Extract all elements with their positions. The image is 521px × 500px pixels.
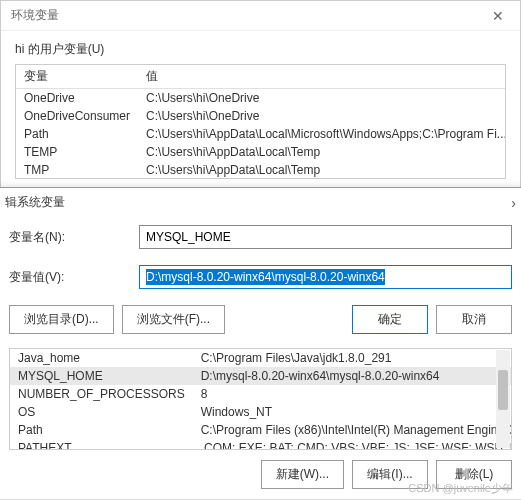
value-label: 变量值(V): — [9, 269, 129, 286]
user-vars-table[interactable]: 变量 值 OneDriveC:\Users\hi\OneDrive OneDri… — [16, 65, 506, 179]
edit-buttons: 浏览目录(D)... 浏览文件(F)... 确定 取消 — [0, 297, 521, 342]
name-row: 变量名(N): — [0, 217, 521, 257]
sys-vars-table[interactable]: Java_homeC:\Program Files\Java\jdk1.8.0_… — [10, 349, 512, 450]
table-row[interactable]: TEMPC:\Users\hi\AppData\Local\Temp — [16, 143, 506, 161]
table-row[interactable]: PathC:\Program Files (x86)\Intel\Intel(R… — [10, 421, 512, 439]
table-row[interactable]: PathC:\Users\hi\AppData\Local\Microsoft\… — [16, 125, 506, 143]
edit-dialog-title: 辑系统变量 — [5, 194, 65, 211]
table-row[interactable]: MYSQL_HOMED:\mysql-8.0.20-winx64\mysql-8… — [10, 367, 512, 385]
edit-sysvar-dialog: 辑系统变量 › 变量名(N): 变量值(V): D:\mysql-8.0.20-… — [0, 187, 521, 500]
table-row[interactable]: TMPC:\Users\hi\AppData\Local\Temp — [16, 161, 506, 179]
user-vars-label: hi 的用户变量(U) — [1, 31, 520, 64]
cancel-button[interactable]: 取消 — [436, 305, 512, 334]
col-name[interactable]: 变量 — [16, 65, 138, 89]
name-label: 变量名(N): — [9, 229, 129, 246]
table-row[interactable]: NUMBER_OF_PROCESSORS8 — [10, 385, 512, 403]
value-row: 变量值(V): D:\mysql-8.0.20-winx64\mysql-8.0… — [0, 257, 521, 297]
col-value[interactable]: 值 — [138, 65, 506, 89]
table-row[interactable]: OSWindows_NT — [10, 403, 512, 421]
table-row[interactable]: PATHEXT.COM;.EXE;.BAT;.CMD;.VBS;.VBE;.JS… — [10, 439, 512, 450]
scrollbar[interactable] — [496, 350, 510, 448]
ok-button[interactable]: 确定 — [352, 305, 428, 334]
table-row[interactable]: Java_homeC:\Program Files\Java\jdk1.8.0_… — [10, 349, 512, 367]
var-value-input[interactable]: D:\mysql-8.0.20-winx64\mysql-8.0.20-winx… — [139, 265, 512, 289]
sys-vars-table-wrap: Java_homeC:\Program Files\Java\jdk1.8.0_… — [9, 348, 512, 450]
close-icon[interactable]: ✕ — [486, 8, 510, 24]
titlebar: 环境变量 ✕ — [1, 1, 520, 31]
watermark: CSDN @juvenile少年 — [408, 481, 513, 496]
browse-dir-button[interactable]: 浏览目录(D)... — [9, 305, 114, 334]
table-row[interactable]: OneDriveC:\Users\hi\OneDrive — [16, 89, 506, 108]
new-button[interactable]: 新建(W)... — [261, 460, 344, 489]
var-name-input[interactable] — [139, 225, 512, 249]
edit-titlebar: 辑系统变量 › — [0, 188, 521, 217]
scrollbar-thumb[interactable] — [498, 370, 508, 410]
chevron-right-icon[interactable]: › — [511, 195, 516, 211]
user-vars-table-wrap: 变量 值 OneDriveC:\Users\hi\OneDrive OneDri… — [15, 64, 506, 179]
browse-file-button[interactable]: 浏览文件(F)... — [122, 305, 225, 334]
window-title: 环境变量 — [11, 7, 59, 24]
table-row[interactable]: OneDriveConsumerC:\Users\hi\OneDrive — [16, 107, 506, 125]
